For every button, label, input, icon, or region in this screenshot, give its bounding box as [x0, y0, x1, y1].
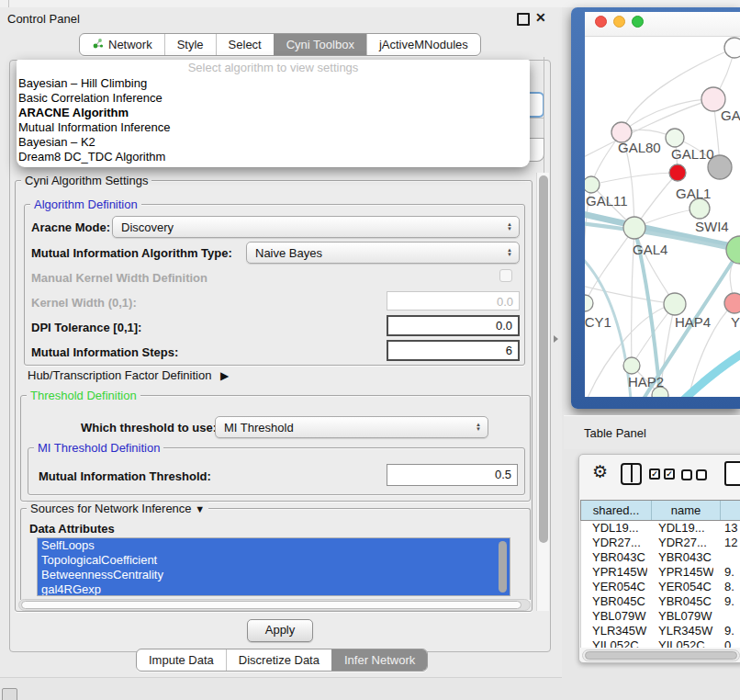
tab-cyni-toolbox[interactable]: Cyni Toolbox	[274, 34, 366, 55]
network-edge-highlight[interactable]	[684, 354, 740, 397]
aracne-mode-combo[interactable]: Discovery ▲▼	[112, 216, 520, 238]
dpi-tolerance-field[interactable]: 0.0	[387, 315, 520, 336]
network-node-label-hap4: HAP4	[675, 314, 711, 330]
float-panel-icon[interactable]	[517, 13, 530, 26]
table-header-row: shared...nameA	[580, 500, 740, 521]
tab-jactivemnodules[interactable]: jActiveMNodules	[366, 34, 480, 55]
table-horizontal-scrollbar[interactable]	[582, 649, 740, 661]
network-node[interactable]	[666, 129, 684, 147]
table-row[interactable]: YDR27...YDR27...12	[581, 536, 740, 550]
network-node[interactable]	[724, 293, 740, 313]
hidden-group-bottom	[530, 118, 544, 119]
table-cell: YDL19...	[581, 521, 647, 536]
network-node-label-gal10: GAL10	[671, 146, 714, 162]
column-header-shared[interactable]: shared...	[581, 501, 652, 520]
algorithm-dropdown-items: Bayesian – Hill ClimbingBasic Correlatio…	[17, 76, 530, 164]
dpi-tolerance-label: DPI Tolerance [0,1]:	[31, 321, 141, 334]
table-horizontal-thumb[interactable]	[585, 651, 737, 660]
table-panel-titlebar: Table Panel	[564, 415, 740, 449]
table-row[interactable]: YPR145WYPR145W9.	[581, 565, 740, 580]
table-cell: YIL052C	[581, 638, 647, 648]
close-window-icon[interactable]	[595, 16, 607, 28]
attribute-item-betweennesscentrality[interactable]: BetweennessCentrality	[38, 568, 510, 582]
columns-icon[interactable]	[621, 463, 642, 485]
mi-steps-field[interactable]: 6	[387, 340, 520, 361]
table-cell: 13	[713, 521, 740, 536]
mi-steps-label: Mutual Information Steps:	[31, 345, 178, 359]
gear-icon[interactable]: ⚙	[592, 461, 608, 482]
table-row[interactable]: YLR345WYLR345W9.	[581, 624, 740, 638]
settings-vertical-thumb[interactable]	[539, 175, 548, 543]
splitter-arrow-icon[interactable]	[554, 335, 558, 343]
tab-network[interactable]: Network	[80, 34, 164, 55]
mi-threshold-field[interactable]: 0.5	[387, 464, 518, 486]
attribute-item-selfloops[interactable]: SelfLoops	[38, 538, 510, 553]
manual-kernel-checkbox[interactable]	[499, 269, 512, 282]
network-node[interactable]	[669, 164, 686, 181]
network-canvas[interactable]: GALGAL80GAL10GAL1GAL11SWI4GAL4GCY1HAP4YH…	[585, 36, 740, 397]
select-all-checks-icon[interactable]: ✓✓	[649, 469, 675, 480]
table-row[interactable]: YBR043CYBR043C	[581, 550, 740, 565]
table-cell: YLR345W	[647, 624, 713, 638]
tab-select[interactable]: Select	[216, 34, 274, 55]
dropdown-item-bayesian-k2[interactable]: Bayesian – K2	[17, 135, 530, 150]
network-node[interactable]	[585, 176, 600, 193]
network-edge[interactable]	[634, 228, 675, 304]
settings-horizontal-thumb[interactable]	[21, 601, 521, 609]
table-row[interactable]: YDL19...YDL19...13	[581, 521, 740, 536]
hub-definition-toggle[interactable]: Hub/Transcription Factor Definition ▶	[28, 368, 229, 382]
column-header-a[interactable]: A	[721, 501, 740, 520]
zoom-window-icon[interactable]	[632, 16, 644, 28]
settings-vertical-scrollbar[interactable]	[536, 173, 549, 611]
table-row[interactable]: YBL079WYBL079W	[581, 609, 740, 624]
dropdown-item-dream8-dc-tdc-algorithm[interactable]: Dream8 DC_TDC Algorithm	[17, 150, 530, 164]
attr-list-scrollbar[interactable]	[499, 541, 507, 593]
document-icon[interactable]	[724, 461, 740, 486]
tab-impute-data[interactable]: Impute Data	[137, 649, 226, 671]
deselect-all-checks-icon[interactable]	[681, 469, 707, 480]
tab-discretize-data[interactable]: Discretize Data	[226, 649, 331, 671]
table-cell	[713, 609, 740, 624]
network-edge[interactable]	[585, 283, 675, 304]
which-threshold-combo[interactable]: MI Threshold ▲▼	[215, 416, 488, 438]
table-cell	[713, 550, 740, 565]
minimize-window-icon[interactable]	[613, 16, 625, 28]
algorithm-dropdown: Select algorithm to view settings Bayesi…	[17, 60, 530, 167]
sources-group-title[interactable]: Sources for Network Inference ▼	[27, 502, 208, 516]
network-node[interactable]	[690, 198, 710, 219]
network-edge[interactable]	[591, 173, 678, 185]
network-node-label-hap2: HAP2	[628, 374, 664, 390]
network-view-titlebar[interactable]	[585, 12, 740, 37]
dropdown-item-mutual-information-inference[interactable]: Mutual Information Inference	[17, 120, 530, 135]
network-node[interactable]	[726, 236, 740, 264]
combo-spinner-icon: ▲▼	[507, 222, 512, 231]
network-node[interactable]	[724, 38, 740, 58]
data-attributes-list[interactable]: SelfLoopsTopologicalCoefficientBetweenne…	[37, 537, 510, 596]
dock-item-icon[interactable]	[2, 688, 17, 700]
column-header-name[interactable]: name	[652, 501, 721, 520]
attribute-item-topologicalcoefficient[interactable]: TopologicalCoefficient	[38, 553, 510, 568]
dropdown-item-aracne-algorithm[interactable]: ARACNE Algorithm	[17, 106, 530, 120]
network-node[interactable]	[585, 295, 593, 311]
settings-horizontal-scrollbar[interactable]	[18, 599, 531, 611]
kernel-width-field[interactable]: 0.0	[387, 291, 520, 310]
close-panel-icon[interactable]: ✕	[535, 10, 546, 25]
network-node-label-gal11: GAL11	[586, 193, 628, 209]
mi-type-combo[interactable]: Naive Bayes ▲▼	[246, 242, 520, 264]
threshold-definition-title: Threshold Definition	[27, 389, 140, 402]
table-row[interactable]: YBR045CYBR045C9.	[581, 594, 740, 609]
tab-style[interactable]: Style	[164, 34, 216, 55]
combo-spinner-icon: ▲▼	[476, 423, 481, 432]
table-row[interactable]: YIL052CYIL052C0	[581, 638, 740, 648]
attribute-item-gal4rgexp[interactable]: gal4RGexp	[38, 582, 510, 596]
network-node[interactable]	[664, 293, 686, 315]
mi-type-value: Naive Bayes	[255, 246, 322, 260]
apply-button[interactable]: Apply	[247, 619, 313, 642]
table-row[interactable]: YER054CYER054C8.	[581, 580, 740, 594]
network-node[interactable]	[623, 357, 640, 374]
control-panel-window: Control Panel ✕ NetworkStyleSelectCyni T…	[0, 7, 562, 678]
dropdown-item-basic-correlation-inference[interactable]: Basic Correlation Inference	[17, 91, 530, 106]
dropdown-item-bayesian-hill-climbing[interactable]: Bayesian – Hill Climbing	[17, 76, 530, 91]
tab-infer-network[interactable]: Infer Network	[331, 649, 427, 671]
network-node[interactable]	[623, 217, 645, 239]
